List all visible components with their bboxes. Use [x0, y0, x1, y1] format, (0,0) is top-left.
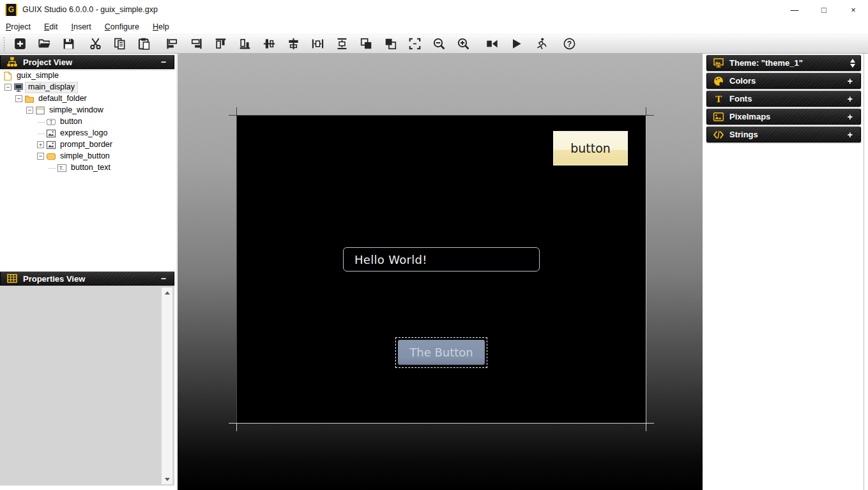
tree-label-button_text: button_text: [68, 162, 113, 174]
align-bottom-button[interactable]: [235, 35, 254, 52]
tree-item-guix_simple[interactable]: guix_simple: [0, 70, 164, 82]
tree-item-default_folder[interactable]: −default_folder: [0, 93, 164, 105]
equal-vertical-spacing-button[interactable]: [332, 35, 351, 52]
project-view-title: Project View: [23, 57, 72, 67]
tree-item-button[interactable]: Tbutton: [0, 116, 164, 128]
run-application-button[interactable]: [531, 35, 550, 52]
properties-view-body: [0, 286, 174, 486]
scroll-up-button[interactable]: [162, 287, 172, 298]
corner-mark: [646, 423, 654, 424]
properties-view-collapse-button[interactable]: −: [158, 273, 169, 284]
maximize-button[interactable]: □: [809, 0, 839, 19]
help-button[interactable]: ?: [560, 35, 579, 52]
tree-label-prompt_border: prompt_border: [57, 139, 115, 151]
scroll-down-button[interactable]: [162, 474, 172, 484]
align-left-button[interactable]: [162, 35, 181, 52]
align-vertical-center-button[interactable]: [259, 35, 278, 52]
tree-item-express_logo[interactable]: express_logo: [0, 128, 164, 139]
tree-label-simple_button: simple_button: [57, 151, 112, 162]
canvas-button-widget[interactable]: button: [553, 131, 628, 165]
theme-spinner[interactable]: [850, 59, 855, 68]
zoom-in-button[interactable]: [453, 35, 473, 52]
section-header-pixelmaps[interactable]: Pixelmaps+: [706, 109, 861, 125]
record-macro-button[interactable]: [482, 35, 501, 52]
collapse-toggle-default_folder[interactable]: −: [15, 95, 22, 102]
canvas-hello-world-prompt[interactable]: Hello World!: [343, 247, 540, 272]
align-top-button[interactable]: [211, 35, 230, 52]
section-expand-button-colors[interactable]: +: [845, 76, 855, 86]
expand-toggle-prompt_border[interactable]: +: [37, 141, 44, 148]
tree-item-prompt_border[interactable]: +prompt_border: [0, 139, 164, 151]
canvas-the-button-widget[interactable]: The Button: [398, 340, 485, 365]
collapse-toggle-main_display[interactable]: −: [4, 84, 11, 91]
move-to-front-button[interactable]: [356, 35, 376, 52]
collapse-toggle-simple_button[interactable]: −: [37, 153, 44, 160]
move-front-icon: [360, 37, 373, 50]
corner-mark: [646, 107, 646, 116]
tree-item-button_text[interactable]: T..button_text: [0, 162, 164, 174]
main-area: Project View − guix_simple−main_display−…: [0, 54, 868, 490]
section-label-strings: Strings: [729, 130, 758, 139]
menu-item-project[interactable]: Project: [2, 21, 34, 33]
equal-horizontal-spacing-button[interactable]: [308, 35, 327, 52]
playback-macro-button[interactable]: [506, 35, 526, 52]
tree-item-simple_window[interactable]: −simple_window: [0, 105, 164, 116]
spinner-down-icon: [850, 64, 855, 68]
collapse-toggle-simple_window[interactable]: −: [26, 107, 33, 114]
zoom-fit-button[interactable]: [405, 35, 424, 52]
section-expand-button-fonts[interactable]: +: [845, 94, 855, 104]
section-expand-button-strings[interactable]: +: [845, 130, 855, 140]
section-header-strings[interactable]: Strings+: [706, 126, 861, 142]
move-to-back-button[interactable]: [381, 35, 400, 52]
zoom-out-button[interactable]: [429, 35, 448, 52]
svg-text:T: T: [50, 119, 53, 125]
pixelmap-icon: [46, 128, 56, 139]
close-button[interactable]: ×: [839, 0, 868, 19]
paste-button[interactable]: [134, 35, 153, 52]
section-header-colors[interactable]: Colors+: [706, 73, 861, 89]
section-header-fonts[interactable]: TFonts+: [706, 91, 861, 107]
new-project-button[interactable]: [10, 35, 29, 52]
toolbar-gripper[interactable]: [3, 36, 6, 52]
corner-mark: [646, 423, 646, 431]
canvas-the-button-selection[interactable]: The Button: [395, 337, 487, 368]
tree-label-default_folder: default_folder: [36, 93, 89, 105]
tree-label-button: button: [57, 116, 85, 128]
tree-item-simple_button[interactable]: −simple_button: [0, 151, 164, 162]
open-project-button[interactable]: [34, 35, 54, 52]
pixelmaps-icon: [712, 111, 725, 123]
button-widget-icon: [46, 151, 56, 162]
tree-label-express_logo: express_logo: [57, 128, 110, 139]
align-horizontal-center-button[interactable]: [284, 35, 303, 52]
save-project-button[interactable]: [59, 35, 78, 52]
window-title: GUIX Studio 6.0.0.0 - guix_simple.gxp: [22, 5, 158, 14]
folder-icon: [24, 94, 34, 104]
display-root-window[interactable]: button Hello World! The Button: [236, 115, 646, 424]
menu-item-configure[interactable]: Configure: [101, 21, 143, 33]
tree-guide-line: [38, 134, 45, 134]
section-label-colors: Colors: [729, 76, 756, 86]
project-view-header[interactable]: Project View −: [0, 55, 174, 69]
chevron-up-icon: [165, 291, 170, 295]
space-horizontal-icon: [311, 37, 324, 50]
space-vertical-icon: [335, 37, 349, 50]
spinner-up-icon: [850, 59, 855, 63]
move-back-icon: [384, 37, 397, 50]
tree-item-main_display[interactable]: −main_display: [0, 82, 164, 93]
cut-button[interactable]: [86, 35, 105, 52]
align-right-button[interactable]: [187, 35, 206, 52]
section-header-theme[interactable]: Theme: "theme_1": [706, 55, 861, 71]
design-canvas[interactable]: button Hello World! The Button: [178, 54, 703, 490]
properties-scrollbar[interactable]: [162, 287, 172, 484]
project-view-collapse-button[interactable]: −: [158, 57, 169, 67]
play-icon: [510, 37, 523, 50]
save-icon: [62, 37, 75, 50]
project-tree: guix_simple−main_display−default_folder−…: [0, 70, 164, 185]
menu-item-edit[interactable]: Edit: [40, 21, 62, 33]
menu-item-insert[interactable]: Insert: [67, 21, 95, 33]
menu-item-help[interactable]: Help: [149, 21, 173, 33]
section-expand-button-pixelmaps[interactable]: +: [845, 112, 855, 122]
properties-view-header[interactable]: Properties View −: [0, 272, 174, 286]
minimize-button[interactable]: —: [780, 0, 809, 19]
copy-button[interactable]: [110, 35, 129, 52]
